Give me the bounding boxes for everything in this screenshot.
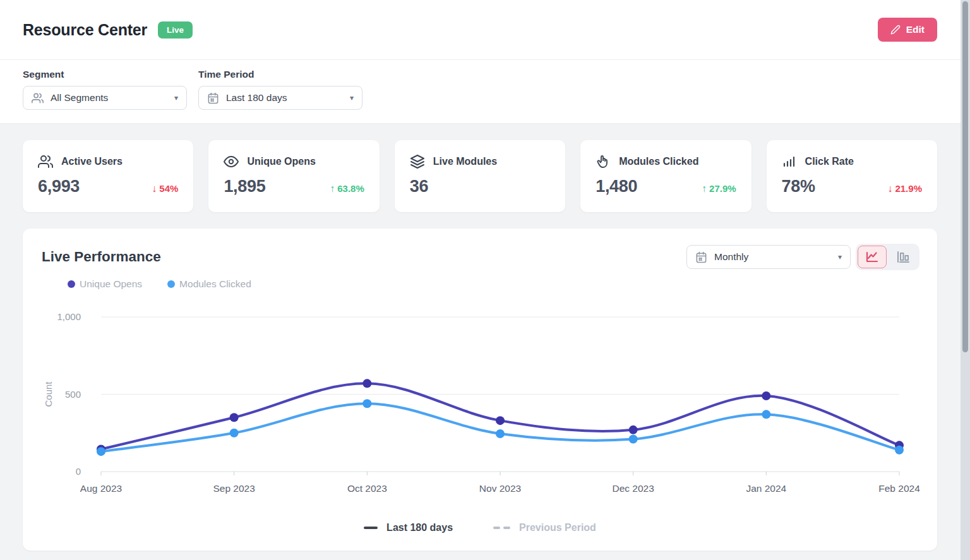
stat-label: Unique Opens	[247, 156, 315, 167]
time-period-select[interactable]: Last 180 days	[198, 86, 362, 110]
chevron-down-icon	[838, 253, 842, 261]
top-bar: Resource Center Live Edit	[0, 0, 970, 60]
live-performance-card: Live Performance Monthly	[23, 229, 937, 551]
svg-text:Feb 2024: Feb 2024	[878, 483, 920, 494]
eye-icon	[224, 154, 239, 169]
users-icon	[38, 154, 53, 169]
stat-card-unique-opens: Unique Opens 1,895 ↑ 63.8%	[208, 140, 379, 212]
stat-delta: ↓ 54%	[152, 183, 178, 194]
calendar-icon	[207, 92, 219, 104]
svg-text:Count: Count	[43, 381, 54, 407]
arrow-up-icon: ↑	[330, 183, 335, 194]
chevron-down-icon	[350, 93, 354, 102]
period-legend: Last 180 days Previous Period	[23, 522, 937, 533]
bar-chart-icon	[895, 249, 911, 265]
scrollbar-thumb[interactable]	[962, 1, 968, 352]
stat-value: 78%	[782, 177, 815, 196]
line-chart-icon	[865, 249, 880, 265]
svg-text:500: 500	[65, 389, 81, 400]
segment-select[interactable]: All Segments	[23, 86, 187, 110]
main-content: Active Users 6,993 ↓ 54% Unique Opens 1,…	[0, 124, 970, 551]
scrollbar[interactable]	[961, 0, 970, 560]
legend-item-last-180-days[interactable]: Last 180 days	[364, 522, 453, 533]
stat-delta: ↓ 21.9%	[887, 183, 922, 194]
stat-card-live-modules: Live Modules 36	[395, 140, 565, 212]
stat-card-click-rate: Click Rate 78% ↓ 21.9%	[767, 140, 937, 212]
bar-chart-button[interactable]	[889, 246, 918, 268]
time-period-label: Time Period	[198, 69, 362, 80]
stat-delta: ↑ 63.8%	[330, 183, 364, 194]
arrow-down-icon: ↓	[152, 183, 157, 194]
filter-bar: Segment All Segments Time Period Last 18…	[0, 60, 970, 124]
performance-line-chart: 05001,000CountAug 2023Sep 2023Oct 2023No…	[23, 292, 938, 504]
svg-text:0: 0	[76, 466, 81, 477]
legend-dot-purple	[68, 280, 75, 288]
stat-label: Live Modules	[433, 156, 497, 167]
stats-row: Active Users 6,993 ↓ 54% Unique Opens 1,…	[23, 140, 937, 212]
segment-label: Segment	[23, 69, 187, 80]
edit-button[interactable]: Edit	[878, 18, 937, 42]
solid-line-swatch	[364, 527, 378, 529]
layers-icon	[410, 154, 425, 169]
segment-value: All Segments	[51, 92, 108, 104]
stat-label: Modules Clicked	[619, 156, 698, 167]
chart-title: Live Performance	[42, 249, 161, 265]
legend-item-previous-period[interactable]: Previous Period	[493, 522, 596, 533]
stat-delta: ↑ 27.9%	[702, 183, 736, 194]
hand-pointer-icon	[596, 154, 611, 169]
chart-type-toggle	[856, 244, 919, 270]
stat-value: 1,480	[596, 177, 637, 196]
svg-text:Nov 2023: Nov 2023	[479, 483, 521, 494]
arrow-down-icon: ↓	[887, 183, 892, 194]
chart-legend: Unique Opens Modules Clicked	[68, 278, 937, 290]
line-chart-button[interactable]	[858, 246, 887, 268]
calendar-icon	[695, 251, 707, 263]
users-icon	[32, 92, 44, 104]
stat-value: 6,993	[38, 177, 80, 196]
svg-text:Sep 2023: Sep 2023	[213, 483, 254, 494]
svg-text:Jan 2024: Jan 2024	[746, 483, 786, 494]
bar-chart-icon	[782, 154, 797, 169]
svg-text:Aug 2023: Aug 2023	[80, 483, 122, 494]
pencil-icon	[890, 25, 901, 35]
stat-value: 36	[410, 177, 428, 196]
stat-card-modules-clicked: Modules Clicked 1,480 ↑ 27.9%	[580, 140, 751, 212]
legend-item-unique-opens[interactable]: Unique Opens	[68, 278, 142, 290]
legend-item-modules-clicked[interactable]: Modules Clicked	[167, 278, 251, 290]
chevron-down-icon	[174, 93, 178, 102]
page-title: Resource Center	[23, 21, 147, 39]
stat-label: Active Users	[61, 156, 123, 167]
stat-label: Click Rate	[805, 156, 854, 167]
stat-value: 1,895	[224, 177, 265, 196]
time-period-value: Last 180 days	[226, 92, 287, 104]
legend-dot-blue	[167, 280, 175, 288]
granularity-value: Monthly	[714, 251, 748, 263]
svg-text:1,000: 1,000	[57, 311, 81, 322]
live-badge: Live	[158, 21, 193, 39]
granularity-select[interactable]: Monthly	[686, 245, 851, 269]
arrow-up-icon: ↑	[702, 183, 707, 194]
svg-text:Dec 2023: Dec 2023	[612, 483, 654, 494]
dashed-line-swatch	[493, 527, 510, 529]
svg-text:Oct 2023: Oct 2023	[347, 483, 387, 494]
stat-card-active-users: Active Users 6,993 ↓ 54%	[23, 140, 193, 212]
